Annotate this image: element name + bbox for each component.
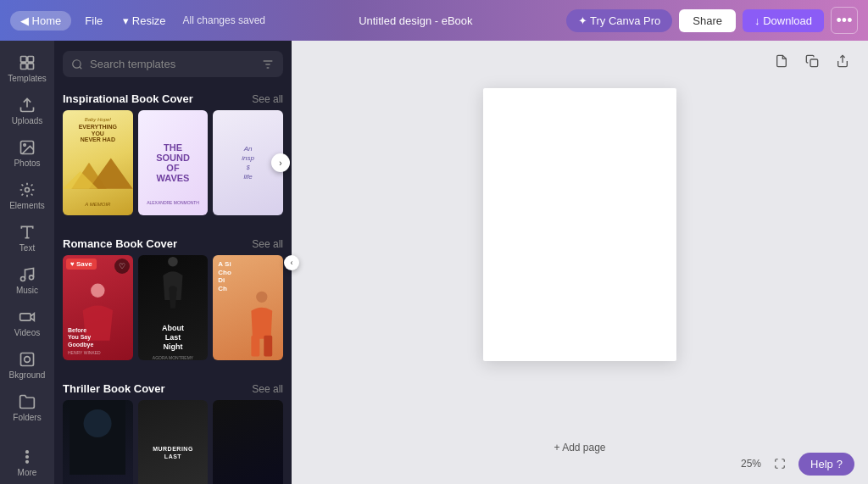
share-icon bbox=[836, 54, 849, 68]
mountain-graphic bbox=[63, 145, 133, 189]
canvas-copy-button[interactable] bbox=[800, 49, 824, 73]
svg-point-18 bbox=[73, 59, 81, 67]
inspirational-next-arrow[interactable]: › bbox=[271, 153, 290, 172]
svg-rect-12 bbox=[20, 314, 31, 320]
note-icon bbox=[775, 54, 788, 68]
saved-status: All changes saved bbox=[183, 14, 265, 26]
inspirational-template-grid: Baby Hope! EVERYTHINGYOUNEVER HAD A MEMO… bbox=[54, 110, 292, 215]
svg-rect-32 bbox=[810, 59, 818, 67]
copy-icon bbox=[805, 54, 819, 68]
svg-point-17 bbox=[26, 461, 29, 464]
search-bar-container bbox=[54, 41, 292, 84]
zoom-controls: 25% Help ? bbox=[741, 452, 854, 476]
help-button[interactable]: Help ? bbox=[798, 453, 854, 476]
svg-point-14 bbox=[25, 357, 31, 363]
file-menu-button[interactable]: File bbox=[78, 11, 109, 31]
sidebar-label-photos: Photos bbox=[14, 159, 40, 168]
filter-icon[interactable] bbox=[261, 58, 275, 71]
template-card-thriller-1[interactable]: DON'T GOTHERE bbox=[63, 400, 133, 484]
thriller-template-grid: DON'T GOTHERE MURDERINGLAST bbox=[54, 400, 292, 484]
top-navigation: ◀ Home File ▾ Resize All changes saved U… bbox=[0, 0, 868, 41]
svg-point-31 bbox=[84, 409, 112, 437]
thriller-see-all-button[interactable]: See all bbox=[252, 383, 283, 395]
svg-point-25 bbox=[91, 284, 104, 298]
zoom-expand-button[interactable] bbox=[768, 452, 792, 476]
svg-point-16 bbox=[26, 456, 29, 459]
thriller-section-header: Thriller Book Cover See all bbox=[54, 374, 292, 400]
help-icon: ? bbox=[837, 458, 843, 470]
svg-point-15 bbox=[26, 451, 29, 453]
canvas-share-button[interactable] bbox=[831, 49, 854, 73]
sidebar-label-elements: Elements bbox=[9, 201, 45, 210]
sidebar-item-folders[interactable]: Folders bbox=[0, 387, 54, 429]
inspirational-section-title: Inspirational Book Cover bbox=[63, 92, 193, 105]
canvas-toolbar bbox=[770, 49, 854, 73]
add-page-button[interactable]: + Add page bbox=[554, 442, 605, 453]
share-button[interactable]: Share bbox=[679, 9, 736, 32]
template-card-romance-2[interactable]: AboutLastNight AGORA MONTREMY bbox=[138, 255, 209, 360]
search-input-wrapper bbox=[63, 51, 283, 77]
heart-icon: ♡ bbox=[114, 259, 130, 274]
sidebar-item-more[interactable]: More bbox=[0, 442, 54, 484]
inspirational-see-all-button[interactable]: See all bbox=[252, 93, 283, 105]
sidebar-label-videos: Videos bbox=[14, 328, 40, 337]
sidebar-label-folders: Folders bbox=[13, 413, 41, 422]
download-button[interactable]: ↓ Download bbox=[743, 9, 824, 32]
canvas-note-button[interactable] bbox=[770, 49, 793, 73]
sidebar: Templates Uploads Photos Elements Text M… bbox=[0, 41, 54, 484]
expand-icon bbox=[774, 458, 786, 470]
sidebar-item-uploads[interactable]: Uploads bbox=[0, 90, 54, 132]
sidebar-item-templates[interactable]: Templates bbox=[0, 47, 54, 90]
sidebar-label-more: More bbox=[18, 468, 37, 477]
sidebar-item-text[interactable]: Text bbox=[0, 217, 54, 259]
template-card-inspo-2[interactable]: THESOUNDOFWAVES ALEXANDRE MONMONTH bbox=[138, 110, 209, 215]
svg-rect-28 bbox=[252, 336, 260, 357]
zoom-level: 25% bbox=[741, 458, 761, 470]
thriller-graphic-1 bbox=[70, 400, 125, 475]
sidebar-label-text: Text bbox=[19, 243, 35, 253]
help-label: Help bbox=[810, 458, 833, 470]
resize-button[interactable]: ▾ Resize bbox=[116, 11, 172, 31]
canvas-page[interactable] bbox=[483, 88, 676, 361]
sidebar-item-elements[interactable]: Elements bbox=[0, 175, 54, 217]
save-badge: ♥ Save bbox=[66, 259, 97, 270]
back-home-button[interactable]: ◀ Home bbox=[10, 11, 71, 31]
romance-see-all-button[interactable]: See all bbox=[252, 238, 283, 250]
svg-rect-2 bbox=[21, 64, 27, 70]
svg-point-27 bbox=[257, 292, 268, 303]
svg-rect-0 bbox=[21, 57, 27, 63]
sidebar-item-background[interactable]: Bkground bbox=[0, 344, 54, 387]
svg-rect-29 bbox=[264, 336, 273, 357]
template-card-thriller-3[interactable] bbox=[213, 400, 283, 484]
template-card-romance-1[interactable]: ♥ Save ♡ BeforeYou SayGoodbye HENRY WINK… bbox=[63, 255, 133, 360]
svg-point-11 bbox=[30, 275, 34, 280]
more-options-button[interactable]: ••• bbox=[831, 7, 858, 34]
search-icon bbox=[71, 58, 83, 70]
sidebar-label-music: Music bbox=[16, 286, 38, 295]
template-card-inspo-1[interactable]: Baby Hope! EVERYTHINGYOUNEVER HAD A MEMO… bbox=[63, 110, 133, 215]
svg-point-6 bbox=[24, 144, 25, 147]
sidebar-item-videos[interactable]: Videos bbox=[0, 302, 54, 344]
svg-rect-3 bbox=[28, 64, 34, 70]
person-graphic bbox=[241, 290, 283, 360]
svg-point-26 bbox=[168, 257, 178, 267]
search-input[interactable] bbox=[90, 51, 254, 77]
try-pro-button[interactable]: ✦ Try Canva Pro bbox=[566, 9, 673, 32]
sidebar-item-music[interactable]: Music bbox=[0, 259, 54, 302]
template-panel: Inspirational Book Cover See all Baby Ho… bbox=[54, 41, 292, 484]
template-card-romance-3[interactable]: A SiChoDiCh bbox=[213, 255, 283, 360]
romance-section-title: Romance Book Cover bbox=[63, 237, 177, 250]
sidebar-item-photos[interactable]: Photos bbox=[0, 132, 54, 175]
panel-collapse-button[interactable]: ‹ bbox=[284, 255, 299, 270]
svg-point-7 bbox=[25, 188, 30, 192]
template-card-thriller-2[interactable]: MURDERINGLAST bbox=[138, 400, 209, 484]
sidebar-label-templates: Templates bbox=[8, 74, 47, 83]
thriller-section-title: Thriller Book Cover bbox=[63, 382, 165, 395]
sidebar-label-uploads: Uploads bbox=[12, 116, 43, 125]
main-area: Templates Uploads Photos Elements Text M… bbox=[0, 41, 868, 484]
inspirational-section-header: Inspirational Book Cover See all bbox=[54, 84, 292, 110]
svg-rect-1 bbox=[28, 57, 34, 63]
svg-point-10 bbox=[21, 277, 25, 281]
romance-section-header: Romance Book Cover See all bbox=[54, 229, 292, 255]
romance-template-grid: ♥ Save ♡ BeforeYou SayGoodbye HENRY WINK… bbox=[54, 255, 292, 360]
